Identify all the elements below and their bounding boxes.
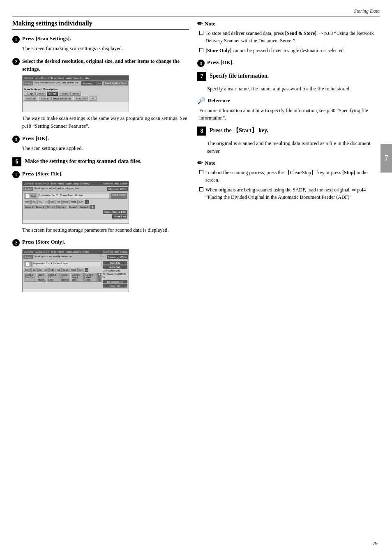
note1-items: To store and deliver scanned data, press… [197, 30, 380, 54]
big-step-8-num: 8 [197, 127, 206, 136]
note2-header: ✏ Note [197, 159, 380, 167]
note-box-2: ✏ Note To abort the scanning process, pr… [197, 159, 380, 201]
step-6-sub2-label: 2 Press [Store Only]. [12, 239, 189, 246]
step-5-sub3-body: The scan settings are applied. [22, 145, 189, 152]
note1-item-1: To store and deliver scanned data, press… [199, 30, 380, 44]
page-container: Storing Data Making settings individuall… [0, 0, 392, 555]
big-step-6: 6 Make the settings for storing scanned … [12, 157, 189, 166]
step-6-sub-2: 2 Press [Store Only]. 200 dpi | Auto Det… [12, 239, 189, 292]
step-5-sub3-title: Press [OK]. [22, 135, 49, 142]
note1-item-2: [Store Only] cannot be pressed if even a… [199, 47, 380, 54]
note2-checkbox-2 [199, 187, 203, 191]
big-step-8-title: Press the 【Start】 key. [210, 127, 380, 135]
step-5-sub-1: 1 Press [Scan Settings]. The screen for … [12, 35, 189, 53]
big-step-6-content: Make the settings for storing scanned da… [25, 157, 189, 166]
content-area: Making settings individually 1 Press [Sc… [12, 20, 380, 297]
store-file-screen: 200 dpi | Auto Detect | Text (Print) | A… [22, 181, 129, 224]
note-icon-2: ✏ [197, 159, 203, 167]
big-step-7-num: 7 [197, 72, 206, 81]
page-num: 79 [372, 540, 378, 547]
step-5-sub1-body: The screen for making scan settings is d… [22, 45, 189, 53]
note1-item2-text: [Store Only] cannot be pressed if even a… [205, 47, 345, 54]
big-step-8-content: Press the 【Start】 key. [210, 127, 380, 135]
note2-items: To abort the scanning process, press the… [197, 169, 380, 201]
step-label-2: 2 Select the desired resolution, origina… [12, 58, 189, 73]
note2-item-1: To abort the scanning process, press the… [199, 169, 380, 184]
ref1-title: Reference [208, 97, 230, 104]
note1-item1-text: To store and deliver scanned data, press… [205, 30, 380, 44]
left-column: Making settings individually 1 Press [Sc… [12, 20, 189, 297]
vertical-tab: 7 [380, 144, 392, 173]
step-circle-2: 2 [12, 58, 20, 65]
ref-icon-1: 🔎 [197, 97, 205, 105]
step-5-sub-2: 2 Select the desired resolution, origina… [12, 58, 189, 130]
step-6-sub1-title: Press [Store File]. [22, 170, 62, 177]
big-step-6-num: 6 [12, 157, 21, 166]
ref1-header: 🔎 Reference [197, 97, 380, 105]
step-5-sub2-body: The way to make scan settings is the sam… [22, 115, 189, 130]
ref-box-1: 🔎 Reference For more information about h… [197, 97, 380, 122]
note2-item1-text: To abort the scanning process, press the… [205, 169, 380, 184]
note2-checkbox-1 [199, 170, 203, 174]
step-circle-1: 1 [12, 36, 20, 43]
right-column: ✏ Note To store and deliver scanned data… [197, 20, 380, 297]
step-6-sub-1: 1 Press [Store File]. 200 dpi | Auto Det… [12, 170, 189, 234]
step-5-sub-3: 3 Press [OK]. The scan settings are appl… [12, 135, 189, 152]
right-step-3-title: Press [OK]. [207, 59, 234, 66]
step-6-sub1-body: The screen for setting storage parameter… [22, 226, 189, 234]
header-title: Storing Data [354, 8, 380, 14]
note2-title: Note [205, 160, 215, 166]
right-step-3-ok: 3 Press [OK]. [197, 59, 380, 67]
step-circle-3a: 3 [12, 136, 20, 143]
big-step-7-title: Specify file information. [210, 72, 380, 80]
step-label-3: 3 Press [OK]. [12, 135, 189, 143]
note1-header: ✏ Note [197, 20, 380, 28]
step-5-sub2-title: Select the desired resolution, original … [22, 58, 189, 73]
ref1-body: For more information about how to specif… [197, 107, 380, 122]
step-6-sub1-label: 1 Press [Store File]. [12, 170, 189, 178]
step-circle-3b: 3 [197, 60, 205, 67]
store-only-screen: 200 dpi | Auto Detect | Text (Print) | A… [22, 249, 129, 292]
step-7-body: Specify a user name, file name, and pass… [207, 85, 380, 93]
note-icon-1: ✏ [197, 20, 203, 28]
step-circle-6-2: 2 [12, 239, 20, 246]
big-step-7: 7 Specify file information. [197, 72, 380, 81]
note2-item2-text: When originals are being scanned using t… [205, 186, 380, 201]
step-6-sub2-title: Press [Store Only]. [22, 239, 65, 245]
step-circle-6-1: 1 [12, 171, 20, 178]
big-step-7-content: Specify file information. [210, 72, 380, 80]
right-step-3-label: 3 Press [OK]. [197, 59, 380, 67]
big-step-8: 8 Press the 【Start】 key. [197, 127, 380, 136]
step-label: 1 Press [Scan Settings]. [12, 35, 189, 43]
note1-checkbox-1 [199, 31, 203, 35]
scan-settings-screen: 200 dpi | Auto Detect | Text (Print) | A… [22, 75, 129, 112]
page-header: Storing Data [12, 8, 380, 16]
big-step-6-title: Make the settings for storing scanned da… [25, 157, 189, 166]
step-5-sub1-title: Press [Scan Settings]. [22, 35, 71, 42]
note1-checkbox-2 [199, 48, 203, 52]
step-8-body: The original is scanned and the resultin… [207, 140, 380, 155]
note1-title: Note [205, 21, 215, 27]
section-heading: Making settings individually [12, 20, 189, 30]
note-box-1: ✏ Note To store and deliver scanned data… [197, 20, 380, 54]
note2-item-2: When originals are being scanned using t… [199, 186, 380, 201]
